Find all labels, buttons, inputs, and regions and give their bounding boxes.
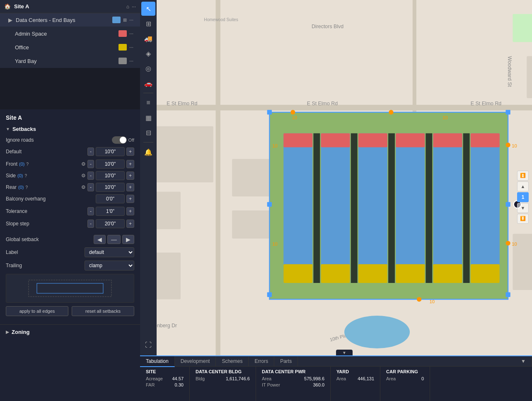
tab-development[interactable]: Development [175, 356, 216, 366]
side-value[interactable] [96, 171, 125, 180]
dc-bldg-label: Bldg [196, 376, 205, 381]
tool-measure[interactable]: ⊟ [141, 126, 155, 140]
parking-area-label: Area [386, 376, 396, 381]
layer-office[interactable]: Office ··· [0, 41, 140, 54]
rear-gear-icon[interactable]: ⚙ [81, 184, 86, 190]
zoning-section[interactable]: ▶ Zoning [0, 324, 140, 339]
tab-tabulation[interactable]: Tabulation [140, 356, 175, 367]
setbacks-label: Setbacks [12, 126, 36, 132]
tool-bell[interactable]: 🔔 [141, 145, 155, 159]
tool-expand[interactable]: ⛶ [141, 338, 155, 352]
page-down[interactable]: ▼ [517, 203, 529, 213]
page-up[interactable]: ▲ [517, 181, 529, 191]
apply-all-edges-btn[interactable]: apply to all edges [6, 306, 68, 316]
slope-step-minus[interactable]: - [87, 220, 94, 228]
default-minus[interactable]: - [87, 147, 94, 156]
dc-pwr-it-label: IT Power [262, 382, 280, 387]
layer-admin-space[interactable]: Admin Space ··· [0, 27, 140, 41]
site-home-icon[interactable]: ⌂ [126, 4, 129, 10]
page-number[interactable]: 1 [517, 192, 529, 202]
ignore-roads-toggle[interactable]: Off [112, 136, 134, 144]
tool-table[interactable]: ▦ [141, 111, 155, 125]
default-value[interactable] [96, 147, 125, 156]
rear-plus[interactable]: + [126, 183, 134, 191]
slope-step-plus[interactable]: + [126, 220, 134, 228]
preview-svg [24, 276, 116, 301]
tolerance-value[interactable] [96, 207, 125, 216]
setbacks-section-header[interactable]: ▼ Setbacks [6, 126, 134, 132]
layer-expand-icon: ▶ [8, 17, 12, 23]
balcony-value[interactable] [96, 194, 125, 203]
parking-area-value: 0 [421, 376, 424, 381]
side-gear-icon[interactable]: ⚙ [81, 173, 86, 179]
tool-divider-1 [143, 93, 153, 93]
rear-minus[interactable]: - [87, 183, 94, 191]
svg-text:10: 10 [512, 143, 517, 148]
svg-text:10: 10 [443, 115, 448, 120]
front-plus[interactable]: + [126, 160, 134, 168]
tab-parts[interactable]: Parts [274, 356, 298, 366]
reset-all-setbacks-btn[interactable]: reset all setbacks [72, 306, 134, 316]
site-more-icon[interactable]: ··· [132, 4, 136, 10]
dc-pwr-header: DATA CENTER PWR [262, 369, 324, 374]
side-hint: (0) [17, 173, 23, 178]
global-setback-dash[interactable]: — [107, 235, 121, 244]
svg-rect-14 [157, 126, 213, 182]
tab-errors[interactable]: Errors [249, 356, 274, 366]
tool-select[interactable]: ↖ [141, 2, 155, 16]
svg-rect-58 [433, 264, 462, 283]
page-up-double[interactable]: ⏫ [517, 171, 529, 181]
side-minus[interactable]: - [87, 172, 94, 180]
front-label: Front [6, 161, 17, 167]
layer-yard-bay[interactable]: Yard Bay ··· [0, 54, 140, 68]
default-plus[interactable]: + [126, 147, 134, 156]
setback-preview [6, 274, 134, 303]
front-gear-icon[interactable]: ⚙ [81, 161, 86, 167]
default-row: Default - + [6, 147, 134, 156]
bottom-data-grid: SITE Acreage 44.57 FAR 0.30 DATA CENTER … [140, 367, 532, 401]
svg-rect-65 [426, 133, 432, 283]
layer-more-admin[interactable]: ··· [129, 31, 133, 36]
front-help-icon[interactable]: ? [26, 162, 29, 167]
default-label: Default [6, 149, 87, 155]
tool-target[interactable]: ◎ [141, 61, 155, 75]
svg-text:10: 10 [272, 143, 278, 148]
svg-rect-56 [433, 133, 462, 283]
tolerance-minus[interactable]: - [87, 207, 94, 215]
tool-layers[interactable]: ◈ [141, 46, 155, 60]
svg-text:Homewood Suites: Homewood Suites [204, 17, 238, 22]
rear-value[interactable] [96, 183, 125, 192]
rear-help-icon[interactable]: ? [25, 185, 28, 190]
layer-more-data-centers[interactable]: ··· [129, 17, 133, 23]
layer-more-office[interactable]: ··· [129, 44, 133, 50]
page-down-double[interactable]: ⏬ [517, 214, 529, 224]
global-setback-prev[interactable]: ◀ [94, 235, 106, 244]
label-select[interactable]: default [85, 247, 134, 257]
front-minus[interactable]: - [87, 160, 94, 168]
slope-step-value[interactable] [96, 219, 125, 228]
tab-schemes[interactable]: Schemes [216, 356, 249, 366]
map-collapse-handle[interactable]: ▼ [336, 350, 353, 355]
tool-truck[interactable]: 🚚 [141, 31, 155, 46]
layer-more-yard[interactable]: ··· [129, 58, 133, 64]
layer-data-centers[interactable]: ▶ Data Centers - End Bays ⊞ ··· [0, 13, 140, 27]
side-plus[interactable]: + [126, 172, 134, 180]
global-setback-next[interactable]: ▶ [122, 235, 134, 244]
svg-rect-57 [433, 133, 462, 147]
front-value[interactable] [96, 159, 125, 169]
map-area[interactable]: E St Elmo Rd E St Elmo Rd E St Elmo Rd W… [157, 0, 532, 355]
svg-text:E St Elmo Rd: E St Elmo Rd [307, 101, 338, 106]
trailing-select[interactable]: clamp [85, 261, 134, 271]
side-help-icon[interactable]: ? [24, 174, 27, 178]
balcony-plus[interactable]: + [126, 195, 134, 203]
svg-point-32 [389, 110, 393, 114]
tolerance-plus[interactable]: + [126, 207, 134, 215]
tool-grid[interactable]: ⊞ [141, 17, 155, 31]
svg-rect-0 [29, 280, 111, 297]
zoning-label: Zoning [12, 329, 29, 335]
parking-header: CAR PARKING [386, 369, 424, 374]
tool-car[interactable]: 🚗 [141, 76, 155, 90]
tab-collapse[interactable]: ▼ [515, 356, 532, 366]
tool-sliders[interactable]: ≡ [141, 96, 155, 110]
yard-area-label: Area [336, 376, 346, 381]
